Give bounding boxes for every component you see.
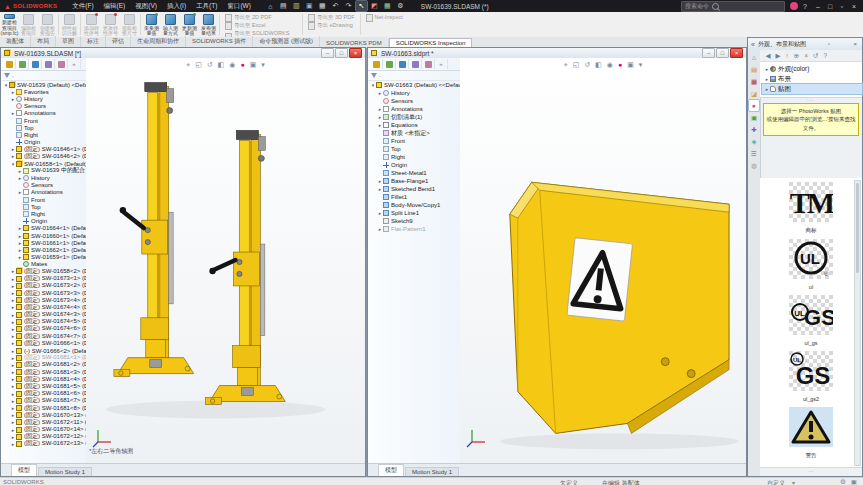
export-item[interactable]: 导出至 Excel [225,22,297,30]
restore-button[interactable]: □ [824,1,836,11]
dimxpertmanager-tab[interactable] [42,59,55,69]
tree-item[interactable]: ▸SW-01659<1> (Default) < [1,254,86,261]
status-panel-icon[interactable]: ▣ [851,478,857,485]
inspection-addin-tab[interactable]: ◈ [749,136,759,147]
document-tab[interactable]: Motion Study 1 [38,467,92,476]
close-window-button[interactable]: × [349,48,362,58]
appearances-scenes-decals-tab[interactable]: ● [749,100,759,111]
tree-item[interactable]: ▸History [1,95,86,102]
document-tab[interactable]: 模型 [378,464,404,476]
tree-item[interactable]: Right [368,153,460,161]
tree-item[interactable]: ▸Sketched Bend1 [368,185,460,193]
design-library-tab[interactable]: ▤ [749,64,759,75]
tree-item[interactable]: Front [1,196,86,203]
dimxpertmanager-tab[interactable] [409,59,422,69]
toolbar-button[interactable]: 采集测量值 [142,12,161,37]
tree-item[interactable]: Body-Move/Copy1 [368,201,460,209]
toolbar-button[interactable]: 新建检查项目 (smp.fc) [0,12,19,37]
collapse-pane-icon[interactable]: « [751,41,755,48]
document-tab[interactable]: Motion Study 1 [405,467,459,476]
command-tab[interactable]: SOLIDWORKS 插件 [186,36,253,47]
tree-item[interactable]: ▸History [1,174,86,181]
forward-icon[interactable]: ▶ [773,52,783,60]
tree-item[interactable]: ▸Annotations [1,189,86,196]
displaymanager-tab[interactable] [422,59,435,69]
appearance-tree-item[interactable]: ▸贴图 [762,84,862,94]
menu-item[interactable]: 插入(I) [162,2,191,11]
tree-item[interactable]: ▸Flat-Pattern1 [368,225,460,233]
displaymanager-tab[interactable] [55,59,68,69]
tree-item[interactable]: Fillet1 [368,193,460,201]
tree-item[interactable]: ▸History [368,89,460,97]
tree-item[interactable]: ▸SW-01661<1> (Default) < [1,239,86,246]
open-document-icon[interactable]: ▥ [291,1,302,11]
export-item[interactable]: Net-Inspect [366,14,403,22]
tree-item[interactable]: ▸(固定) SW-01646<2> (Default) [1,153,86,160]
select-arrow-icon[interactable]: ↖ [356,1,367,11]
tree-item[interactable]: ▸(固定) SW-01672<13> (Default [1,440,86,447]
tree-item[interactable]: ▸Annotations [1,110,86,117]
configurationmanager-tab[interactable] [29,59,42,69]
command-tab[interactable]: 装配体 [0,36,31,47]
menu-item[interactable]: 文件(F) [67,2,98,11]
tree-item[interactable]: 材质 <未指定> [368,129,460,137]
decal-gs-thumbnail[interactable]: ULGS [789,351,833,395]
decal-warning-thumbnail[interactable] [789,407,833,451]
back-icon[interactable]: ◀ [763,52,773,60]
menu-item[interactable]: 窗口(W) [222,2,255,11]
search-input[interactable]: 搜索命令 [681,1,785,12]
forum-tab[interactable]: ☰ [749,148,759,159]
tabs-overflow-icon[interactable]: » [435,59,448,69]
maximize-window-button[interactable]: □ [716,48,729,58]
command-tab[interactable]: 生命周期和协作 [131,36,186,47]
tabs-overflow-icon[interactable]: » [68,59,81,69]
decal-gs[interactable]: ULGSul_gs2 [760,351,862,402]
toolbar-button[interactable]: 输入测量方式 [161,12,180,37]
tile-button[interactable]: ▫ [836,1,848,11]
export-item[interactable]: 导出 eDrawing [308,22,355,30]
tree-item[interactable]: Sheet-Metal1 [368,169,460,177]
maximize-window-button[interactable]: □ [335,48,348,58]
tree-item[interactable]: Right [1,210,86,217]
tree-item[interactable]: ▾SW-01639 (Default) <Default_Disp [1,81,86,88]
menu-item[interactable]: 工具(T) [191,2,222,11]
export-item[interactable]: 导出至 3D PDF [308,14,355,22]
decal-ul[interactable]: UL®ul [760,239,862,290]
decal-ulgs[interactable]: ULGSul_gs [760,295,862,346]
status-custom-caret[interactable]: ▾ [792,479,795,485]
custom-properties-tab[interactable]: ▣ [749,112,759,123]
status-gear-icon[interactable]: ⚙ [840,478,846,485]
solidworks-resources-tab[interactable]: ⌂ [749,52,759,63]
export-item[interactable]: 导出至 2D PDF [225,14,297,22]
help-resources-tab[interactable]: ◍ [749,160,759,171]
propertymanager-tab[interactable] [383,59,396,69]
featuremanager-tab[interactable] [3,59,16,69]
help-icon[interactable]: ? [803,3,807,10]
document-tab[interactable]: 模型 [11,464,37,476]
tree-item[interactable]: ▸切割清单(1) [368,113,460,121]
refresh-icon[interactable]: ↺ [811,52,821,60]
tree-item[interactable]: ▸SW-01664<1> (Default) < [1,225,86,232]
tree-item[interactable]: ▸Base-Flange1 [368,177,460,185]
part-viewport[interactable]: ⌖◱↺◧◉●▣▾ [460,58,746,464]
tree-item[interactable]: ▸SW-01662<1> (Default) < [1,246,86,253]
view-palette-tab[interactable]: ◪ [749,88,759,99]
print-icon[interactable]: ▦ [317,1,328,11]
decal-tm[interactable]: TM商标 [760,182,862,234]
pane-help-icon[interactable]: ? [821,52,830,59]
menu-item[interactable]: 编辑(E) [99,2,131,11]
tree-item[interactable]: Sensors [1,182,86,189]
command-tab[interactable]: 布局 [31,36,56,47]
command-tab[interactable]: 评估 [106,36,131,47]
user-avatar[interactable] [790,2,798,10]
pin-pane-icon[interactable]: ▫ [826,41,832,47]
tree-item[interactable]: Front [368,137,460,145]
grid-icon[interactable]: ▦ [382,1,393,11]
file-explorer-tab[interactable]: ▦ [749,76,759,87]
tree-item[interactable]: ▸Favorites [1,88,86,95]
scrollbar-thumb[interactable] [856,183,859,273]
home-icon[interactable]: ⌂ [265,1,276,11]
tree-item[interactable]: Top [1,124,86,131]
command-tab[interactable]: 命令预测器 (测试版) [253,36,320,47]
close-window-button[interactable]: × [730,48,743,58]
